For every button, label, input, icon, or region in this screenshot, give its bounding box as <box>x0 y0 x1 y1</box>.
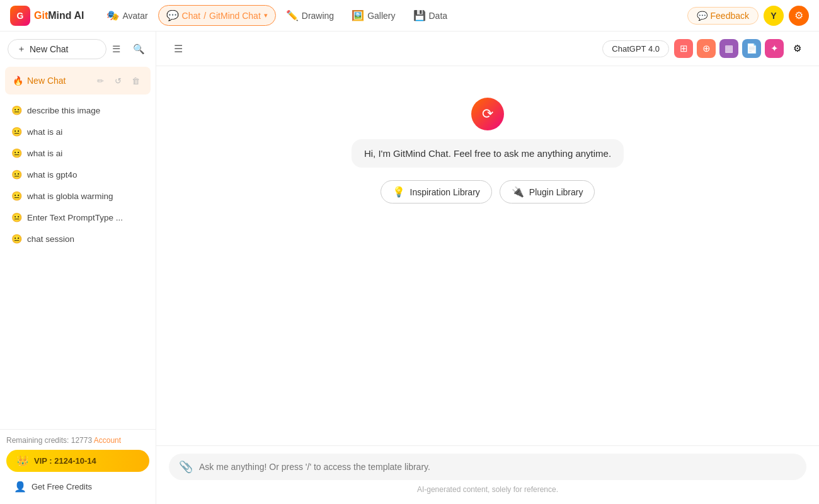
chat-item-icon: 😐 <box>11 127 22 137</box>
nav-right: 💬 Feedback Y ⚙ <box>687 6 809 26</box>
chat-area: ☰ ChatGPT 4.0 ⊞ ⊕ ▦ 📄 ✦ ⚙ ⟳ Hi, I'm GitM… <box>156 32 819 504</box>
active-chat-icon: 🔥 <box>13 76 23 86</box>
plugin-icon: 🔌 <box>512 186 524 198</box>
model-controls: ChatGPT 4.0 ⊞ ⊕ ▦ 📄 ✦ ⚙ <box>602 39 806 58</box>
nav-chat[interactable]: 💬 Chat / GitMind Chat ▾ <box>158 5 276 26</box>
chat-list-item[interactable]: 😐what is globla warming <box>5 185 151 207</box>
active-chat-actions: ✏ ↺ 🗑 <box>93 73 143 88</box>
tool-btn-3[interactable]: ▦ <box>719 39 738 58</box>
chat-list-item[interactable]: 😐what is ai <box>5 142 151 164</box>
chat-item-icon: 😐 <box>11 169 22 180</box>
chat-list-item[interactable]: 😐chat session <box>5 228 151 249</box>
vip-label: VIP : 2124-10-14 <box>34 456 96 466</box>
chat-list-item[interactable]: 😐what is ai <box>5 121 151 142</box>
nav-gallery[interactable]: 🖼️ Gallery <box>344 6 403 25</box>
tool-btn-2[interactable]: ⊕ <box>697 39 716 58</box>
user-avatar[interactable]: Y <box>764 6 784 26</box>
chat-icon: 💬 <box>166 9 179 21</box>
chat-item-text: describe this image <box>27 106 100 115</box>
chat-input-area: 📎 AI-generated content, solely for refer… <box>156 445 819 504</box>
search-icon-btn[interactable]: 🔍 <box>129 40 148 59</box>
active-chat-text: New Chat <box>27 76 66 86</box>
chat-list: 😐describe this image😐what is ai😐what is … <box>0 94 156 429</box>
feedback-label: Feedback <box>711 11 749 21</box>
tool-btn-4[interactable]: 📄 <box>742 39 761 58</box>
chat-item-text: what is globla warming <box>27 192 113 201</box>
collapse-sidebar-btn[interactable]: ☰ <box>169 39 188 58</box>
bot-avatar: ⟳ <box>471 98 504 130</box>
refresh-chat-btn[interactable]: ↺ <box>110 73 125 88</box>
chat-list-item[interactable]: 😐what is gpt4o <box>5 164 151 185</box>
sidebar-top: ＋ New Chat ☰ 🔍 <box>0 32 156 67</box>
input-wrapper: 📎 <box>169 454 806 480</box>
plugin-library-button[interactable]: 🔌 Plugin Library <box>500 180 595 203</box>
welcome-message: Hi, I'm GitMind Chat. Feel free to ask m… <box>352 139 624 168</box>
nav-avatar-label: Avatar <box>122 11 147 21</box>
chat-item-icon: 😐 <box>11 191 22 201</box>
model-tools: ⊞ ⊕ ▦ 📄 ✦ ⚙ <box>674 39 806 58</box>
chat-input[interactable] <box>199 462 796 472</box>
active-chat-label: 🔥 New Chat <box>13 76 66 86</box>
nav-gallery-label: Gallery <box>367 11 395 21</box>
vip-button[interactable]: 👑 VIP : 2124-10-14 <box>6 450 149 472</box>
get-free-credits-label: Get Free Credits <box>32 482 92 491</box>
tool-btn-5[interactable]: ✦ <box>765 39 784 58</box>
nav-data[interactable]: 💾 Data <box>406 6 455 25</box>
delete-chat-btn[interactable]: 🗑 <box>128 73 143 88</box>
chat-item-text: what is ai <box>27 127 62 137</box>
plus-icon: ＋ <box>17 43 26 55</box>
chat-item-icon: 😐 <box>11 148 22 158</box>
sidebar-icon-group: ☰ 🔍 <box>106 40 148 59</box>
chat-item-icon: 😐 <box>11 105 22 115</box>
drawing-icon: ✏️ <box>286 9 299 21</box>
active-chat-item[interactable]: 🔥 New Chat ✏ ↺ 🗑 <box>5 67 151 94</box>
tool-btn-1[interactable]: ⊞ <box>674 39 693 58</box>
avatar-icon: 🎭 <box>106 9 119 21</box>
logo-icon: G <box>10 6 30 26</box>
new-chat-button[interactable]: ＋ New Chat <box>8 39 106 59</box>
chat-item-text: what is gpt4o <box>27 170 77 180</box>
chat-item-icon: 😐 <box>11 212 22 222</box>
nav-drawing[interactable]: ✏️ Drawing <box>278 6 341 25</box>
get-free-credits-button[interactable]: 👤 Get Free Credits <box>6 476 149 498</box>
nav-data-label: Data <box>429 11 448 21</box>
settings-gear-btn[interactable]: ⚙ <box>788 39 806 58</box>
nav-chat-label: Chat <box>182 11 201 21</box>
logo-text: GitMind AI <box>34 10 84 21</box>
gallery-icon: 🖼️ <box>352 9 364 21</box>
nav-chevron-icon: ▾ <box>264 11 268 20</box>
list-icon-btn[interactable]: ☰ <box>106 40 125 59</box>
sidebar-bottom: Remaining credits: 12773 Account 👑 VIP :… <box>0 429 156 504</box>
settings-icon-btn[interactable]: ⚙ <box>789 6 809 26</box>
nav-avatar[interactable]: 🎭 Avatar <box>99 6 155 25</box>
library-buttons: 💡 Inspiration Library 🔌 Plugin Library <box>381 180 595 203</box>
welcome-section: ⟳ Hi, I'm GitMind Chat. Feel free to ask… <box>194 85 781 203</box>
inspiration-library-label: Inspiration Library <box>410 187 480 197</box>
nav-gitmind-chat-label: GitMind Chat <box>209 11 261 21</box>
chat-item-icon: 😐 <box>11 234 22 244</box>
chat-item-text: what is ai <box>27 149 62 158</box>
chat-messages: ⟳ Hi, I'm GitMind Chat. Feel free to ask… <box>156 66 819 445</box>
chat-list-item[interactable]: 😐Enter Text PromptType ... <box>5 207 151 228</box>
footer-note: AI-generated content, solely for referen… <box>169 485 806 494</box>
attach-icon[interactable]: 📎 <box>179 460 193 474</box>
crown-icon: 👑 <box>16 455 29 467</box>
bulb-icon: 💡 <box>392 186 405 198</box>
top-nav: G GitMind AI 🎭 Avatar 💬 Chat / GitMind C… <box>0 0 819 32</box>
new-chat-label: New Chat <box>30 44 68 54</box>
edit-chat-btn[interactable]: ✏ <box>93 73 108 88</box>
feedback-icon: 💬 <box>697 11 707 21</box>
logo: G GitMind AI <box>10 6 84 26</box>
person-icon: 👤 <box>14 481 26 493</box>
nav-drawing-label: Drawing <box>302 11 334 21</box>
chat-list-item[interactable]: 😐describe this image <box>5 100 151 121</box>
feedback-button[interactable]: 💬 Feedback <box>687 7 759 25</box>
model-label: ChatGPT 4.0 <box>612 44 660 54</box>
nav-items: 🎭 Avatar 💬 Chat / GitMind Chat ▾ ✏️ Draw… <box>99 5 682 26</box>
data-icon: 💾 <box>413 9 426 21</box>
chat-item-text: Enter Text PromptType ... <box>27 213 123 222</box>
plugin-library-label: Plugin Library <box>529 187 583 197</box>
account-link[interactable]: Account <box>94 436 121 445</box>
inspiration-library-button[interactable]: 💡 Inspiration Library <box>381 180 492 203</box>
model-selector[interactable]: ChatGPT 4.0 <box>602 40 669 57</box>
